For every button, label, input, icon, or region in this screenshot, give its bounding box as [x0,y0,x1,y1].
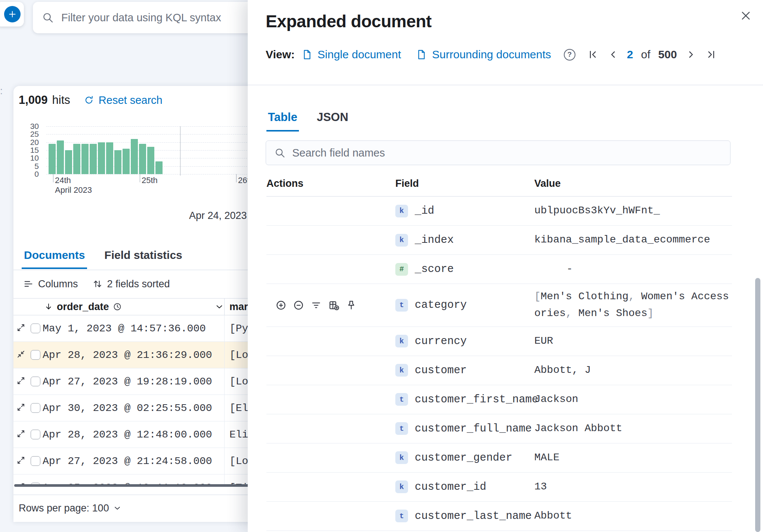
row-checkbox[interactable] [31,377,40,386]
field-search-input[interactable] [292,147,722,159]
field-type-token: k [395,335,408,347]
field-name-cell: kcustomer_id [395,480,534,493]
histogram-bar[interactable] [106,142,113,174]
histogram-bar[interactable] [98,142,105,174]
filter-field-button[interactable] [311,300,322,311]
document-row[interactable]: May 1, 2023 @ 14:57:36.000[Py [13,315,271,342]
field-type-token: k [395,451,408,464]
rows-per-page-button[interactable]: Rows per page: 100 [19,502,122,514]
field-row-customer_id[interactable]: kcustomer_id13 [266,473,732,502]
vertical-scrollbar[interactable] [755,278,760,532]
field-type-token: t [395,422,408,435]
histogram-bar[interactable] [147,147,154,174]
close-flyout-button[interactable] [738,8,753,23]
last-document-button[interactable] [705,49,717,61]
first-document-button[interactable] [587,49,599,61]
sort-fields-button[interactable]: 2 fields sorted [92,278,170,290]
histogram-bar[interactable] [65,150,72,174]
row-checkbox[interactable] [31,403,40,413]
field-row-_score[interactable]: #_score- [266,255,732,284]
reset-search-button[interactable]: Reset search [84,94,163,106]
field-row-customer_last_name[interactable]: tcustomer_last_nameAbbott [266,502,732,531]
field-row-customer[interactable]: kcustomerAbbott, J [266,356,732,385]
field-row-customer_full_name[interactable]: tcustomer_full_nameJackson Abbott [266,414,732,443]
pager-of-label: of [641,48,651,61]
row-checkbox[interactable] [31,324,40,333]
histogram-bar[interactable] [123,149,130,174]
surrounding-documents-link[interactable]: Surrounding documents [416,48,551,61]
field-value: - [534,261,730,278]
document-row[interactable]: Apr 28, 2023 @ 12:48:00.000Eli [13,421,271,448]
filter-out-value-button[interactable] [293,300,304,311]
single-document-link[interactable]: Single document [302,48,401,61]
divider [13,270,282,270]
grid-toolbar: Columns 2 fields sorted [23,276,170,292]
divider [13,495,282,495]
document-row[interactable]: Apr 25, 2023 @ 10:44:10.000[Ti [13,474,271,484]
row-checkbox[interactable] [31,456,40,466]
field-name: _id [415,205,434,217]
histogram-bar[interactable] [73,144,80,174]
previous-document-button[interactable] [607,49,619,61]
tab-table[interactable]: Table [266,111,299,132]
tab-field-statistics[interactable]: Field statistics [102,249,184,269]
pin-field-button[interactable] [346,300,357,311]
help-icon[interactable]: ? [564,49,575,61]
histogram-bar[interactable] [49,144,56,174]
row-checkbox[interactable] [31,350,40,360]
horizontal-scrollbar[interactable] [14,484,260,487]
panel-resize-handle[interactable]: : [0,86,3,96]
histogram-bar[interactable] [114,150,121,174]
document-row[interactable]: Apr 28, 2023 @ 21:36:29.000[Lo [13,342,271,368]
toggle-column-in-table-button[interactable] [328,300,339,311]
field-name-cell: tcustomer_full_name [395,422,534,435]
histogram-plot-area[interactable]: 24th25th26th April 2023 [46,126,279,174]
expand-row-button[interactable] [13,323,28,334]
fields-table-body: k_idublpuocBs3kYv_hWFnt_k_indexkibana_sa… [266,197,732,531]
column-menu-chevron-icon[interactable] [214,302,224,312]
kql-query-input[interactable] [61,12,263,24]
histogram-bar[interactable] [139,144,146,174]
filter-for-value-button[interactable] [275,300,287,311]
field-name-cell: kcustomer_gender [395,451,534,464]
field-row-currency[interactable]: kcurrencyEUR [266,327,732,356]
expand-row-button[interactable] [13,403,28,413]
histogram-bar[interactable] [131,139,138,174]
field-row-_id[interactable]: k_idublpuocBs3kYv_hWFnt_ [266,197,732,226]
field-row-category[interactable]: tcategory[Men's Clothing, Women's Access… [266,284,732,327]
document-row[interactable]: Apr 27, 2023 @ 21:24:58.000[Lo [13,448,271,474]
tab-documents[interactable]: Documents [22,249,87,269]
add-filter-button[interactable] [4,6,21,22]
field-name-cell: kcustomer [395,364,534,377]
document-row[interactable]: Apr 27, 2023 @ 19:28:19.000[Lo [13,368,271,395]
field-value: Abbott, J [534,362,730,379]
columns-button[interactable]: Columns [23,278,78,290]
document-icon [302,49,313,60]
field-row-customer_gender[interactable]: kcustomer_genderMALE [266,443,732,473]
histogram-bar[interactable] [155,161,163,174]
expand-row-button[interactable] [13,376,28,387]
second-column-label: mar [229,301,248,313]
columns-icon [23,279,34,289]
x-axis-tick: 24th [55,174,71,185]
field-value: Jackson [534,391,730,408]
document-row[interactable]: Apr 30, 2023 @ 02:25:55.000[El [13,395,271,421]
hits-count: 1,009 [19,93,48,107]
order-date-cell: May 1, 2023 @ 14:57:36.000 [43,323,224,334]
actions-column-header: Actions [266,178,395,189]
tab-json[interactable]: JSON [315,111,350,132]
field-name-cell: tcategory [395,299,534,312]
field-row-customer_first_name[interactable]: tcustomer_first_nameJackson [266,385,732,414]
collapse-row-button[interactable] [13,350,28,360]
expand-row-button[interactable] [13,429,28,440]
histogram-bar[interactable] [81,144,89,174]
histogram-bar[interactable] [90,144,97,174]
expand-row-button[interactable] [13,456,28,466]
histogram-bar[interactable] [57,140,64,174]
expand-icon [16,403,25,412]
chevron-down-icon [113,504,122,513]
row-checkbox[interactable] [31,430,40,439]
next-document-button[interactable] [685,49,697,61]
order-date-column-header[interactable]: order_date [43,299,224,315]
field-row-_index[interactable]: k_indexkibana_sample_data_ecommerce [266,226,732,255]
